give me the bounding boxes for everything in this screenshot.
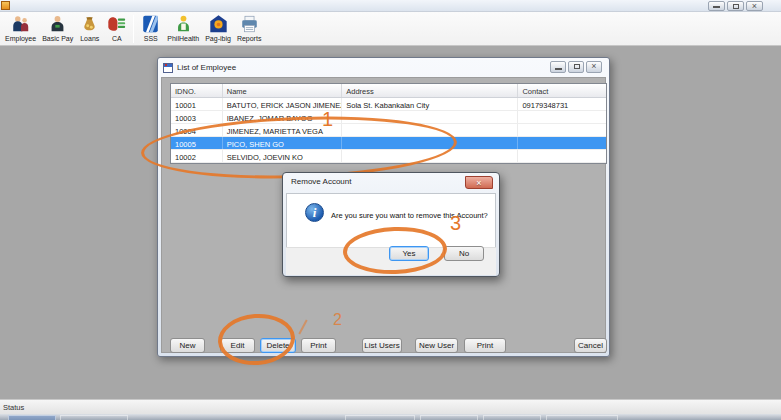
app-icon bbox=[1, 1, 10, 10]
column-header-idno[interactable]: IDNO. bbox=[171, 84, 223, 97]
close-button[interactable]: × bbox=[746, 1, 763, 11]
toolbar-label: Loans bbox=[80, 35, 99, 42]
column-header-address[interactable]: Address bbox=[342, 84, 518, 97]
maximize-icon bbox=[733, 4, 739, 9]
loans-icon bbox=[79, 14, 100, 34]
minimize-button[interactable] bbox=[550, 61, 566, 73]
form-icon bbox=[163, 63, 173, 73]
pagibig-icon bbox=[208, 14, 229, 34]
toolbar-item-sss[interactable]: SSS bbox=[137, 13, 164, 45]
toolbar-item-reports[interactable]: Reports bbox=[234, 13, 265, 45]
toolbar-item-employee[interactable]: Employee bbox=[2, 13, 39, 45]
list-users-button[interactable]: List Users bbox=[362, 338, 402, 353]
minimize-icon bbox=[555, 68, 562, 70]
cell-contact: 09179348731 bbox=[518, 98, 606, 110]
taskbar-button bbox=[483, 415, 541, 420]
toolbar-label: CA bbox=[112, 35, 122, 42]
taskbar-button bbox=[546, 415, 618, 420]
column-header-name[interactable]: Name bbox=[223, 84, 342, 97]
minimize-icon bbox=[713, 6, 720, 8]
employee-window-titlebar[interactable]: List of Employee × bbox=[158, 58, 609, 77]
toolbar-label: Basic Pay bbox=[42, 35, 73, 42]
status-bar: Status bbox=[0, 399, 781, 414]
close-icon: × bbox=[466, 177, 492, 189]
toolbar-label: Employee bbox=[5, 35, 36, 42]
basic-pay-icon bbox=[47, 14, 68, 34]
info-icon: i bbox=[305, 203, 324, 222]
main-window-controls: × bbox=[708, 1, 763, 11]
employee-window-controls: × bbox=[550, 61, 602, 73]
cancel-button[interactable]: Cancel bbox=[574, 338, 607, 353]
taskbar-button bbox=[8, 415, 56, 420]
toolbar-item-loans[interactable]: Loans bbox=[76, 13, 103, 45]
main-window-titlebar: × bbox=[0, 0, 781, 12]
new-user-button[interactable]: New User bbox=[415, 338, 458, 353]
column-header-contact[interactable]: Contact bbox=[518, 84, 606, 97]
cell-contact bbox=[518, 124, 606, 136]
status-label: Status bbox=[3, 403, 24, 412]
taskbar-button bbox=[345, 415, 415, 420]
employees-icon bbox=[10, 14, 31, 34]
cell-idno: 10003 bbox=[171, 111, 223, 123]
no-button[interactable]: No bbox=[444, 246, 484, 261]
employee-window-title: List of Employee bbox=[177, 63, 236, 72]
annotation-step-3: 3 bbox=[450, 212, 461, 235]
close-icon: × bbox=[587, 60, 601, 72]
cell-idno: 10001 bbox=[171, 98, 223, 110]
toolbar-separator bbox=[133, 15, 134, 43]
ca-icon bbox=[106, 14, 127, 34]
taskbar-strip bbox=[0, 414, 781, 420]
dialog-message: Are you sure you want to remove this Acc… bbox=[331, 211, 488, 220]
sss-icon bbox=[140, 14, 161, 34]
table-row[interactable]: 10001 BATUTO, ERICK JASON JIMENEZ Sola S… bbox=[171, 98, 606, 111]
toolbar-item-philhealth[interactable]: PhilHealth bbox=[164, 13, 202, 45]
toolbar-item-ca[interactable]: CA bbox=[103, 13, 130, 45]
maximize-icon bbox=[574, 64, 580, 69]
close-button[interactable]: × bbox=[586, 61, 602, 73]
toolbar-label: PhilHealth bbox=[167, 35, 199, 42]
maximize-button[interactable] bbox=[568, 61, 584, 73]
print-users-button[interactable]: Print bbox=[464, 338, 506, 353]
reports-icon bbox=[239, 14, 260, 34]
toolbar-label: Reports bbox=[237, 35, 262, 42]
minimize-button[interactable] bbox=[708, 1, 725, 11]
toolbar-item-basic-pay[interactable]: Basic Pay bbox=[39, 13, 76, 45]
new-button[interactable]: New bbox=[170, 338, 205, 353]
cell-contact bbox=[518, 137, 606, 149]
dialog-title: Remove Account bbox=[291, 177, 351, 186]
maximize-button[interactable] bbox=[727, 1, 744, 11]
annotation-step-2: 2 bbox=[333, 311, 342, 329]
annotation-step-1: 1 bbox=[322, 108, 333, 131]
print-button[interactable]: Print bbox=[301, 338, 336, 353]
toolbar-label: SSS bbox=[144, 35, 158, 42]
grid-header-row: IDNO. Name Address Contact bbox=[171, 84, 606, 98]
close-icon: × bbox=[747, 0, 762, 12]
toolbar-label: Pag-ibig bbox=[205, 35, 231, 42]
philhealth-icon bbox=[173, 14, 194, 34]
main-toolbar: Employee Basic Pay Loans CA SSS bbox=[0, 12, 781, 46]
cell-address: Sola St. Kabankalan City bbox=[342, 98, 518, 110]
taskbar-button bbox=[420, 415, 478, 420]
taskbar-button bbox=[60, 415, 128, 420]
toolbar-item-pagibig[interactable]: Pag-ibig bbox=[202, 13, 234, 45]
cell-contact bbox=[518, 150, 606, 162]
cell-contact bbox=[518, 111, 606, 123]
dialog-close-button[interactable]: × bbox=[465, 176, 493, 189]
